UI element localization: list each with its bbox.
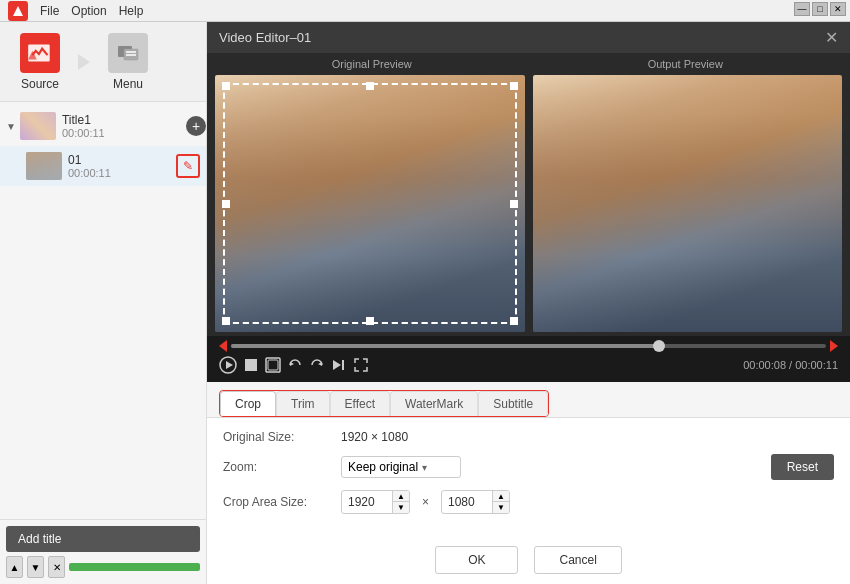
tab-subtitle[interactable]: Subtitle bbox=[478, 391, 548, 416]
crop-handle-tm[interactable] bbox=[366, 82, 374, 90]
crop-width-input[interactable]: 1920 ▲ ▼ bbox=[341, 490, 410, 514]
progress-mini bbox=[69, 563, 200, 571]
svg-rect-11 bbox=[268, 360, 278, 370]
nav-separator bbox=[78, 54, 90, 70]
original-size-row: Original Size: 1920 × 1080 bbox=[223, 430, 834, 444]
svg-rect-15 bbox=[342, 360, 344, 370]
reset-btn-container: Reset bbox=[771, 454, 834, 480]
stop-button[interactable] bbox=[243, 357, 259, 373]
fullscreen-button[interactable] bbox=[353, 357, 369, 373]
tab-watermark[interactable]: WaterMark bbox=[390, 391, 478, 416]
sidebar-bottom: Add title ▲ ▼ ✕ bbox=[0, 519, 206, 584]
crop-height-input[interactable]: 1080 ▲ ▼ bbox=[441, 490, 510, 514]
menu-file[interactable]: File bbox=[40, 4, 59, 18]
controls-row: 00:00:08 / 00:00:11 bbox=[219, 352, 838, 378]
skip-button[interactable] bbox=[331, 357, 347, 373]
bottom-controls: ▲ ▼ ✕ bbox=[6, 556, 200, 578]
move-down-button[interactable]: ▼ bbox=[27, 556, 44, 578]
reset-button[interactable]: Reset bbox=[771, 454, 834, 480]
tab-effect[interactable]: Effect bbox=[330, 391, 390, 416]
editor-close-button[interactable]: ✕ bbox=[825, 28, 838, 47]
timeline-track[interactable] bbox=[231, 344, 826, 348]
zoom-select[interactable]: Keep original ▾ bbox=[341, 456, 461, 478]
zoom-value: Keep original bbox=[348, 460, 418, 474]
delete-button[interactable]: ✕ bbox=[48, 556, 65, 578]
close-button[interactable]: ✕ bbox=[830, 2, 846, 16]
svg-marker-13 bbox=[318, 362, 322, 366]
item-01-thumb bbox=[26, 152, 62, 180]
edit-icon: ✎ bbox=[183, 159, 193, 173]
group-header-title1[interactable]: ▼ Title1 00:00:11 bbox=[0, 108, 111, 144]
original-person-overlay bbox=[215, 75, 525, 332]
item-01-name: 01 bbox=[68, 153, 170, 167]
timeline-arrow-left bbox=[219, 340, 227, 352]
rotate-left-button[interactable] bbox=[287, 357, 303, 373]
svg-rect-9 bbox=[245, 359, 257, 371]
crop-handle-bm[interactable] bbox=[366, 317, 374, 325]
menu-option[interactable]: Option bbox=[71, 4, 106, 18]
maximize-button[interactable]: □ bbox=[812, 2, 828, 16]
cancel-button[interactable]: Cancel bbox=[534, 546, 621, 574]
svg-marker-14 bbox=[333, 360, 341, 370]
output-video-content bbox=[533, 75, 843, 332]
crop-handle-tr[interactable] bbox=[510, 82, 518, 90]
crop-height-value: 1080 bbox=[442, 492, 492, 512]
tabs-row: Crop Trim Effect WaterMark Subtitle bbox=[207, 382, 850, 417]
timeline-thumb[interactable] bbox=[653, 340, 665, 352]
menu-icon bbox=[108, 33, 148, 73]
tab-crop[interactable]: Crop bbox=[220, 391, 276, 416]
list-item-01[interactable]: 01 00:00:11 ✎ bbox=[0, 146, 206, 186]
crop-width-value: 1920 bbox=[342, 492, 392, 512]
menu-label: Menu bbox=[113, 77, 143, 91]
crop-width-arrows: ▲ ▼ bbox=[392, 491, 409, 513]
editor-title: Video Editor–01 bbox=[219, 30, 311, 45]
crop-width-up[interactable]: ▲ bbox=[393, 491, 409, 502]
crop-x-separator: × bbox=[422, 495, 429, 509]
crop-handle-bl[interactable] bbox=[222, 317, 230, 325]
original-video-frame bbox=[215, 75, 525, 332]
crop-handle-tl[interactable] bbox=[222, 82, 230, 90]
edit-item-button[interactable]: ✎ bbox=[176, 154, 200, 178]
crop-height-down[interactable]: ▼ bbox=[493, 502, 509, 513]
tab-trim[interactable]: Trim bbox=[276, 391, 330, 416]
output-preview-label: Output Preview bbox=[529, 57, 843, 71]
original-preview-label: Original Preview bbox=[215, 57, 529, 71]
crop-toggle-button[interactable] bbox=[265, 357, 281, 373]
editor-header: Video Editor–01 ✕ bbox=[207, 22, 850, 53]
add-title-button[interactable]: Add title bbox=[6, 526, 200, 552]
zoom-dropdown-arrow: ▾ bbox=[422, 462, 427, 473]
crop-handle-mr[interactable] bbox=[510, 200, 518, 208]
original-size-label: Original Size: bbox=[223, 430, 333, 444]
app-body: Source Menu bbox=[0, 22, 850, 584]
crop-area-row: Crop Area Size: 1920 ▲ ▼ × 1080 ▲ ▼ bbox=[223, 490, 834, 514]
editor-tabs-area: Crop Trim Effect WaterMark Subtitle Orig… bbox=[207, 382, 850, 584]
move-up-button[interactable]: ▲ bbox=[6, 556, 23, 578]
crop-handle-ml[interactable] bbox=[222, 200, 230, 208]
source-nav-button[interactable]: Source bbox=[4, 25, 76, 99]
tab-group: Crop Trim Effect WaterMark Subtitle bbox=[219, 390, 549, 417]
menu-help[interactable]: Help bbox=[119, 4, 144, 18]
item-01-group: 01 00:00:11 bbox=[20, 148, 176, 184]
group-info: Title1 00:00:11 bbox=[62, 113, 105, 139]
source-label: Source bbox=[21, 77, 59, 91]
group-expand-arrow: ▼ bbox=[6, 121, 16, 132]
original-size-value: 1920 × 1080 bbox=[341, 430, 408, 444]
svg-marker-12 bbox=[290, 362, 294, 366]
crop-width-down[interactable]: ▼ bbox=[393, 502, 409, 513]
timeline-fill bbox=[231, 344, 659, 348]
item-01-time: 00:00:11 bbox=[68, 167, 170, 179]
menu-nav-button[interactable]: Menu bbox=[92, 25, 164, 99]
crop-area-label: Crop Area Size: bbox=[223, 495, 333, 509]
group-name: Title1 bbox=[62, 113, 105, 127]
sidebar-nav: Source Menu bbox=[0, 22, 206, 102]
crop-content: Original Size: 1920 × 1080 Zoom: Keep or… bbox=[207, 417, 850, 536]
minimize-button[interactable]: — bbox=[794, 2, 810, 16]
add-item-button[interactable]: + bbox=[186, 116, 206, 136]
crop-border bbox=[223, 83, 517, 324]
ok-button[interactable]: OK bbox=[435, 546, 518, 574]
crop-height-up[interactable]: ▲ bbox=[493, 491, 509, 502]
play-button[interactable] bbox=[219, 356, 237, 374]
original-video-content bbox=[215, 75, 525, 332]
rotate-right-button[interactable] bbox=[309, 357, 325, 373]
zoom-row: Zoom: Keep original ▾ Reset bbox=[223, 454, 834, 480]
